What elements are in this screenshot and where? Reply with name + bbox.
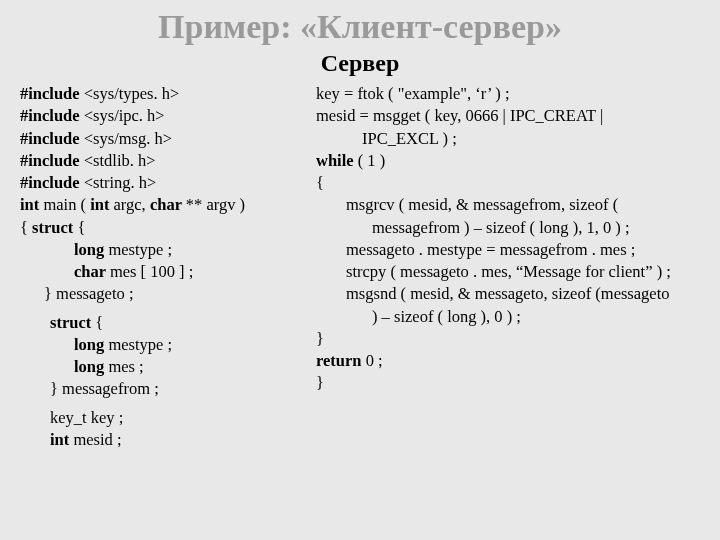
txt: messageto . mestype = messagefrom . mes … (346, 240, 635, 259)
code-columns: #include <sys/types. h> #include <sys/ip… (20, 83, 700, 451)
txt: } messageto ; (44, 284, 134, 303)
code-line: IPC_EXCL ) ; (316, 128, 700, 150)
code-line: int mesid ; (20, 429, 310, 451)
txt: <sys/ipc. h> (84, 106, 165, 125)
code-line: { (316, 172, 700, 194)
code-line: return 0 ; (316, 350, 700, 372)
code-line: #include <sys/types. h> (20, 83, 310, 105)
code-line: ) – sizeof ( long ), 0 ) ; (316, 306, 700, 328)
txt: mestype ; (108, 240, 172, 259)
code-line: long mes ; (20, 356, 310, 378)
kw: int (90, 195, 113, 214)
code-line: } messageto ; (20, 283, 310, 305)
txt: strcpy ( messageto . mes, “Message for c… (346, 262, 671, 281)
code-line: { struct { (20, 217, 310, 239)
txt: <sys/msg. h> (84, 129, 172, 148)
kw: int (50, 430, 73, 449)
kw: long (74, 335, 108, 354)
kw: #include (20, 173, 84, 192)
txt: <string. h> (84, 173, 157, 192)
txt: messagefrom ) – sizeof ( long ), 1, 0 ) … (372, 218, 630, 237)
txt: msgrcv ( mesid, & messagefrom, sizeof ( (346, 195, 618, 214)
code-line: key_t key ; (20, 407, 310, 429)
txt: key_t key ; (50, 408, 123, 427)
txt: ** argv ) (186, 195, 245, 214)
txt: ) – sizeof ( long ), 0 ) ; (372, 307, 521, 326)
kw: #include (20, 106, 84, 125)
kw: #include (20, 151, 84, 170)
kw: char (74, 262, 110, 281)
txt: <sys/types. h> (84, 84, 180, 103)
code-line: #include <stdlib. h> (20, 150, 310, 172)
code-line: int main ( int argc, char ** argv ) (20, 194, 310, 216)
code-line: mesid = msgget ( key, 0666 | IPC_CREAT | (316, 105, 700, 127)
txt: { (77, 218, 85, 237)
code-line: char mes [ 100 ] ; (20, 261, 310, 283)
slide: Пример: «Клиент-сервер» Сервер #include … (0, 0, 720, 540)
kw: int (20, 195, 43, 214)
txt: IPC_EXCL ) ; (362, 129, 457, 148)
code-line: #include <sys/ipc. h> (20, 105, 310, 127)
code-line: } (316, 372, 700, 394)
code-line: } (316, 328, 700, 350)
code-line: while ( 1 ) (316, 150, 700, 172)
code-line: } messagefrom ; (20, 378, 310, 400)
txt: mestype ; (108, 335, 172, 354)
txt: } (316, 329, 324, 348)
code-line: long mestype ; (20, 334, 310, 356)
code-line: messagefrom ) – sizeof ( long ), 1, 0 ) … (316, 217, 700, 239)
slide-title: Пример: «Клиент-сервер» (20, 8, 700, 46)
txt: 0 ; (366, 351, 383, 370)
txt: } (316, 373, 324, 392)
txt: <stdlib. h> (84, 151, 156, 170)
code-line: long mestype ; (20, 239, 310, 261)
txt: mesid = msgget ( key, 0666 | IPC_CREAT | (316, 106, 603, 125)
kw: #include (20, 129, 84, 148)
txt: main ( (43, 195, 90, 214)
kw: long (74, 357, 108, 376)
txt: { (95, 313, 103, 332)
txt: { (20, 218, 32, 237)
code-line: #include <string. h> (20, 172, 310, 194)
txt: mes [ 100 ] ; (110, 262, 193, 281)
slide-subtitle: Сервер (20, 50, 700, 77)
txt: mesid ; (73, 430, 121, 449)
code-line: struct { (20, 312, 310, 334)
kw: struct (32, 218, 77, 237)
code-line: msgsnd ( mesid, & messageto, sizeof (mes… (316, 283, 700, 305)
code-line: messageto . mestype = messagefrom . mes … (316, 239, 700, 261)
code-line: strcpy ( messageto . mes, “Message for c… (316, 261, 700, 283)
code-line: msgrcv ( mesid, & messagefrom, sizeof ( (316, 194, 700, 216)
right-column: key = ftok ( "example", ‘r’ ) ; mesid = … (310, 83, 700, 451)
txt: argc, (114, 195, 150, 214)
code-line: #include <sys/msg. h> (20, 128, 310, 150)
txt: mes ; (108, 357, 143, 376)
code-line: key = ftok ( "example", ‘r’ ) ; (316, 83, 700, 105)
kw: struct (50, 313, 95, 332)
left-column: #include <sys/types. h> #include <sys/ip… (20, 83, 310, 451)
txt: key = ftok ( "example", ‘r’ ) ; (316, 84, 510, 103)
txt: msgsnd ( mesid, & messageto, sizeof (mes… (346, 284, 670, 303)
kw: while (316, 151, 358, 170)
txt: { (316, 173, 324, 192)
kw: return (316, 351, 366, 370)
kw: long (74, 240, 108, 259)
txt: ( 1 ) (358, 151, 386, 170)
kw: #include (20, 84, 84, 103)
txt: } messagefrom ; (50, 379, 159, 398)
kw: char (150, 195, 186, 214)
